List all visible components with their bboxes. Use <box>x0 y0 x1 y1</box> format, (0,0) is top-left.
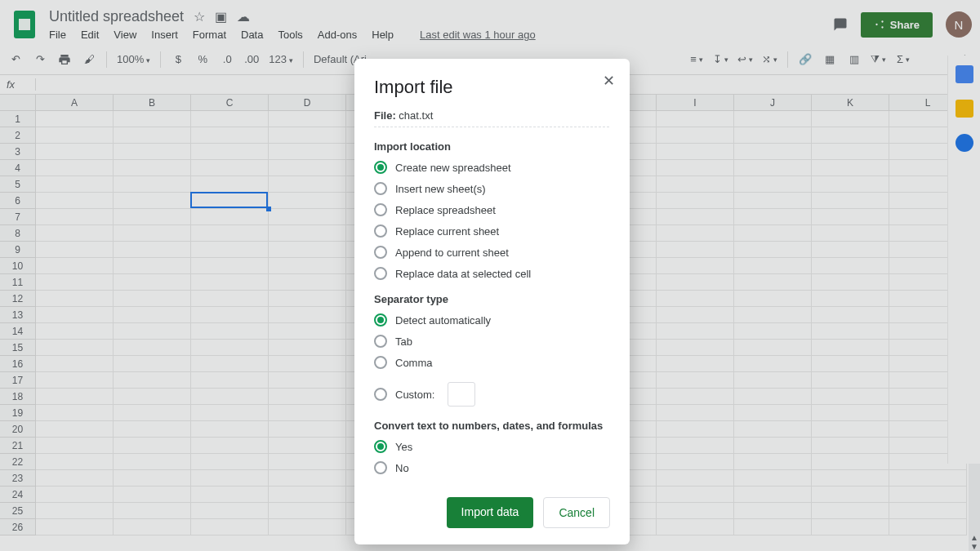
cell[interactable] <box>734 487 812 503</box>
cell[interactable] <box>734 274 812 291</box>
separator-option[interactable]: Custom: <box>374 382 610 407</box>
cell[interactable] <box>114 144 191 160</box>
column-header[interactable]: D <box>269 95 346 110</box>
cell[interactable] <box>734 225 812 242</box>
cell[interactable] <box>269 225 346 242</box>
cell[interactable] <box>812 176 889 193</box>
vertical-align-icon[interactable]: ↧ <box>714 52 728 67</box>
menu-edit[interactable]: Edit <box>81 29 99 41</box>
cell[interactable] <box>191 405 269 421</box>
row-header[interactable]: 14 <box>0 323 35 340</box>
cell[interactable] <box>734 340 812 356</box>
column-header[interactable]: K <box>812 95 889 110</box>
cell[interactable] <box>191 127 269 144</box>
calendar-addon-icon[interactable] <box>956 65 973 83</box>
cell[interactable] <box>734 389 812 405</box>
radio-icon[interactable] <box>374 182 387 195</box>
row-header[interactable]: 26 <box>0 519 35 535</box>
radio-icon[interactable] <box>374 356 387 369</box>
cell[interactable] <box>657 176 734 193</box>
cell[interactable] <box>734 209 812 225</box>
redo-icon[interactable]: ↷ <box>33 52 47 67</box>
row-header[interactable]: 6 <box>0 193 35 209</box>
row-header[interactable]: 17 <box>0 372 35 389</box>
cell[interactable] <box>36 372 114 389</box>
cell[interactable] <box>657 470 734 487</box>
cell[interactable] <box>734 438 812 454</box>
zoom-select[interactable]: 100% <box>117 53 150 65</box>
cell[interactable] <box>734 144 812 160</box>
row-header[interactable]: 9 <box>0 242 35 258</box>
menu-tools[interactable]: Tools <box>278 29 302 41</box>
cell[interactable] <box>812 225 889 242</box>
cell[interactable] <box>889 487 967 503</box>
import-location-option[interactable]: Replace current sheet <box>374 224 610 238</box>
cell[interactable] <box>36 487 114 503</box>
cell[interactable] <box>657 225 734 242</box>
cell[interactable] <box>36 519 114 535</box>
cell[interactable] <box>114 242 191 258</box>
cell[interactable] <box>114 225 191 242</box>
cell[interactable] <box>114 160 191 176</box>
cell[interactable] <box>269 323 346 340</box>
import-location-option[interactable]: Insert new sheet(s) <box>374 182 610 195</box>
cell[interactable] <box>812 356 889 372</box>
cell[interactable] <box>657 421 734 438</box>
cell[interactable] <box>36 127 114 144</box>
cell[interactable] <box>114 111 191 127</box>
row-header[interactable]: 3 <box>0 144 35 160</box>
custom-separator-input[interactable] <box>448 382 475 407</box>
cell[interactable] <box>734 127 812 144</box>
cell[interactable] <box>269 389 346 405</box>
scroll-down-icon[interactable]: ▼ <box>970 542 978 551</box>
cell[interactable] <box>114 503 191 519</box>
import-location-option[interactable]: Replace data at selected cell <box>374 267 610 280</box>
separator-option[interactable]: Comma <box>374 356 610 369</box>
cell[interactable] <box>36 209 114 225</box>
cell[interactable] <box>191 209 269 225</box>
cell[interactable] <box>191 274 269 291</box>
cell[interactable] <box>657 438 734 454</box>
cell[interactable] <box>36 176 114 193</box>
convert-option[interactable]: Yes <box>374 440 610 453</box>
cell[interactable] <box>812 421 889 438</box>
cell[interactable] <box>657 127 734 144</box>
cell[interactable] <box>36 242 114 258</box>
cell[interactable] <box>269 307 346 323</box>
cell[interactable] <box>36 291 114 307</box>
number-format-select[interactable]: 123 <box>269 53 293 65</box>
column-header[interactable]: A <box>36 95 114 110</box>
cancel-button[interactable]: Cancel <box>543 497 610 528</box>
decrease-decimal-icon[interactable]: .0 <box>220 52 234 67</box>
cell[interactable] <box>114 470 191 487</box>
cell[interactable] <box>812 372 889 389</box>
cell[interactable] <box>269 258 346 274</box>
cell[interactable] <box>114 307 191 323</box>
cell[interactable] <box>36 307 114 323</box>
cell[interactable] <box>734 454 812 470</box>
fill-handle[interactable] <box>266 207 271 211</box>
cell[interactable] <box>36 144 114 160</box>
cell[interactable] <box>269 487 346 503</box>
cell[interactable] <box>657 519 734 535</box>
cell[interactable] <box>812 111 889 127</box>
radio-icon[interactable] <box>374 335 387 348</box>
row-header[interactable]: 8 <box>0 225 35 242</box>
cell[interactable] <box>114 421 191 438</box>
cell[interactable] <box>734 519 812 535</box>
convert-option[interactable]: No <box>374 461 610 474</box>
cell[interactable] <box>114 405 191 421</box>
cell[interactable] <box>734 258 812 274</box>
row-header[interactable]: 25 <box>0 503 35 519</box>
sheets-logo[interactable] <box>8 8 41 41</box>
cell[interactable] <box>269 519 346 535</box>
cell[interactable] <box>36 258 114 274</box>
cell[interactable] <box>657 372 734 389</box>
cell[interactable] <box>114 389 191 405</box>
cell[interactable] <box>269 176 346 193</box>
cell[interactable] <box>657 323 734 340</box>
cell[interactable] <box>36 193 114 209</box>
cell[interactable] <box>812 274 889 291</box>
cell[interactable] <box>36 503 114 519</box>
cell[interactable] <box>36 160 114 176</box>
